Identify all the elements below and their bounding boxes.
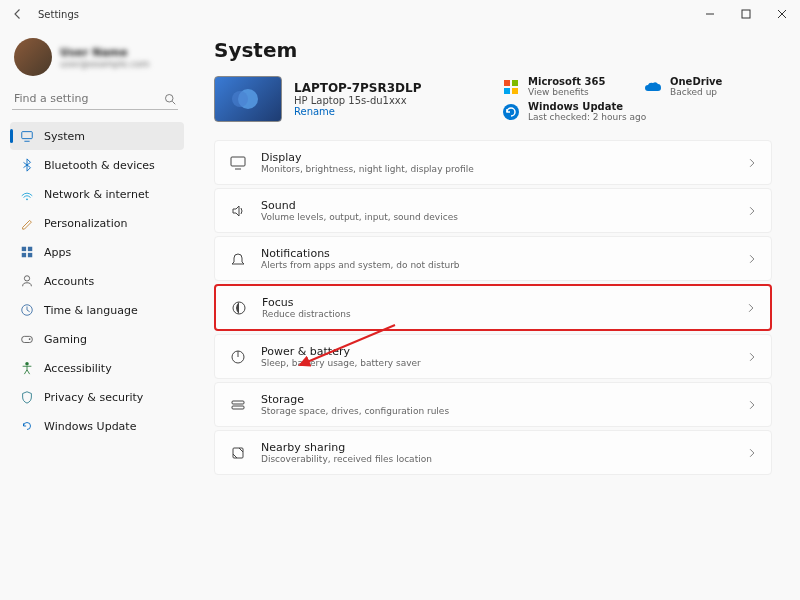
svg-rect-4 [22,132,33,139]
m365-icon [502,78,520,96]
svg-point-11 [24,276,29,281]
item-sub: Monitors, brightness, night light, displ… [261,164,474,174]
sidebar-item-bluetooth[interactable]: Bluetooth & devices [10,151,184,179]
svg-rect-9 [22,253,26,257]
system-icon [20,129,34,143]
sidebar-item-time[interactable]: Time & language [10,296,184,324]
personalization-icon [20,216,34,230]
tile-onedrive[interactable]: OneDrive Backed up [644,76,772,97]
svg-rect-8 [28,247,32,251]
tile-title: OneDrive [670,76,722,87]
sidebar-item-gaming[interactable]: Gaming [10,325,184,353]
item-sub: Storage space, drives, configuration rul… [261,406,449,416]
item-title: Storage [261,393,449,406]
svg-rect-23 [231,157,245,166]
svg-point-2 [166,94,174,102]
focus-icon [230,299,248,317]
svg-rect-20 [504,88,510,94]
chevron-right-icon [747,352,757,362]
main: System LAPTOP-7PSR3DLP HP Laptop 15s-du1… [190,28,800,600]
update-icon [20,419,34,433]
back-button[interactable] [8,4,28,24]
chevron-right-icon [747,400,757,410]
profile[interactable]: User Name user@example.com [10,34,184,86]
item-sub: Discoverability, received files location [261,454,432,464]
item-sub: Volume levels, output, input, sound devi… [261,212,458,222]
sidebar-item-personalization[interactable]: Personalization [10,209,184,237]
hero: LAPTOP-7PSR3DLP HP Laptop 15s-du1xxx Ren… [214,76,772,122]
sidebar-item-system[interactable]: System [10,122,184,150]
settings-item-display[interactable]: Display Monitors, brightness, night ligh… [214,140,772,185]
settings-item-sound[interactable]: Sound Volume levels, output, input, soun… [214,188,772,233]
sidebar-item-label: Gaming [44,333,87,346]
onedrive-icon [644,78,662,96]
sidebar-item-accessibility[interactable]: Accessibility [10,354,184,382]
sidebar-item-update[interactable]: Windows Update [10,412,184,440]
item-title: Notifications [261,247,460,260]
device-rename-link[interactable]: Rename [294,106,421,117]
sidebar-item-privacy[interactable]: Privacy & security [10,383,184,411]
privacy-icon [20,390,34,404]
settings-item-power[interactable]: Power & battery Sleep, battery usage, ba… [214,334,772,379]
item-sub: Reduce distractions [262,309,351,319]
device-card[interactable]: LAPTOP-7PSR3DLP HP Laptop 15s-du1xxx Ren… [214,76,482,122]
svg-rect-28 [232,401,244,404]
svg-rect-21 [512,88,518,94]
sidebar-item-label: Bluetooth & devices [44,159,155,172]
maximize-button[interactable] [728,0,764,28]
profile-text: User Name user@example.com [60,46,149,69]
chevron-right-icon [746,303,756,313]
apps-icon [20,245,34,259]
sidebar-item-label: Apps [44,246,71,259]
power-icon [229,348,247,366]
svg-rect-18 [504,80,510,86]
nearby-icon [229,444,247,462]
svg-rect-7 [22,247,26,251]
sidebar-item-apps[interactable]: Apps [10,238,184,266]
tile-windows-update[interactable]: Windows Update Last checked: 2 hours ago [502,101,772,122]
bluetooth-icon [20,158,34,172]
network-icon [20,187,34,201]
page-title: System [214,38,772,62]
item-title: Sound [261,199,458,212]
chevron-right-icon [747,254,757,264]
svg-point-14 [29,338,31,340]
avatar [14,38,52,76]
svg-rect-30 [233,448,243,458]
accounts-icon [20,274,34,288]
svg-point-22 [503,104,519,120]
device-name: LAPTOP-7PSR3DLP [294,81,421,95]
close-button[interactable] [764,0,800,28]
svg-point-15 [25,362,29,366]
item-sub: Alerts from apps and system, do not dist… [261,260,460,270]
device-model: HP Laptop 15s-du1xxx [294,95,421,106]
sidebar-item-accounts[interactable]: Accounts [10,267,184,295]
svg-point-17 [232,91,248,107]
settings-items: Display Monitors, brightness, night ligh… [214,140,772,475]
svg-rect-29 [232,406,244,409]
sidebar-item-label: Accounts [44,275,94,288]
svg-rect-10 [28,253,32,257]
search[interactable] [12,88,178,110]
minimize-button[interactable] [692,0,728,28]
time-icon [20,303,34,317]
svg-line-3 [172,101,175,104]
item-sub: Sleep, battery usage, battery saver [261,358,421,368]
item-title: Display [261,151,474,164]
search-input[interactable] [14,92,164,105]
svg-rect-1 [742,10,750,18]
gaming-icon [20,332,34,346]
settings-item-nearby[interactable]: Nearby sharing Discoverability, received… [214,430,772,475]
settings-item-focus[interactable]: Focus Reduce distractions [214,284,772,331]
chevron-right-icon [747,448,757,458]
settings-item-storage[interactable]: Storage Storage space, drives, configura… [214,382,772,427]
accessibility-icon [20,361,34,375]
tile-sub: Last checked: 2 hours ago [528,112,646,122]
sidebar: User Name user@example.com SystemBluetoo… [0,28,190,600]
sidebar-item-network[interactable]: Network & internet [10,180,184,208]
display-icon [229,154,247,172]
settings-item-notifications[interactable]: Notifications Alerts from apps and syste… [214,236,772,281]
tile-sub: Backed up [670,87,722,97]
sidebar-item-label: Windows Update [44,420,136,433]
tile-microsoft365[interactable]: Microsoft 365 View benefits [502,76,630,97]
